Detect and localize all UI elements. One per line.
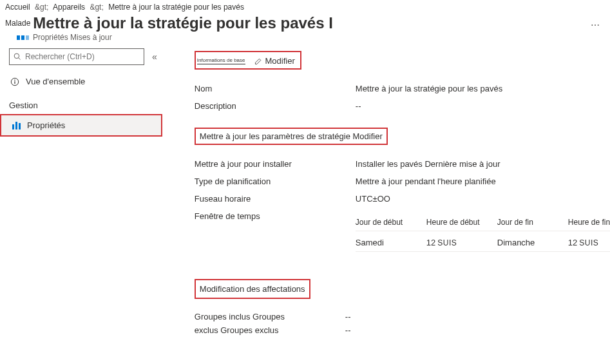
edit-icon: [254, 57, 262, 65]
basics-label-nom: Nom: [195, 82, 336, 95]
time-endhour: 12SUIS: [568, 238, 610, 247]
time-header-endhour: Heure de fin: [568, 218, 610, 227]
time-startday: Samedi: [356, 238, 426, 247]
settings-label-timewindow: Fenêtre de temps: [195, 210, 336, 253]
svg-rect-4: [14, 81, 15, 84]
assign-label-included: Groupes inclus Groupes: [195, 312, 345, 321]
breadcrumb-sep: &gt;: [35, 3, 48, 12]
bars-icon: [10, 122, 22, 129]
section-basics-hint: Informations de base: [197, 57, 245, 64]
time-header-endday: Jour de fin: [497, 218, 568, 227]
edit-basics-link[interactable]: Modifier: [265, 56, 295, 66]
settings-label-schedule: Type de planification: [195, 175, 336, 187]
settings-value-timezone: UTC±OO: [356, 193, 610, 205]
search-icon: [14, 53, 21, 61]
settings-label-install: Mettre à jour pour installer: [195, 158, 336, 170]
sidebar-item-overview[interactable]: Vue d'ensemble: [0, 72, 162, 91]
settings-label-timezone: Fuseau horaire: [195, 193, 336, 205]
search-input-wrap[interactable]: [9, 48, 144, 65]
tiles-icon: [17, 35, 29, 40]
sidebar-section-gestion: Gestion: [0, 91, 162, 114]
sidebar-item-properties[interactable]: Propriétés: [0, 114, 162, 137]
edit-settings-link[interactable]: Mettre à jour les paramètres de stratégi…: [200, 131, 383, 141]
assign-label-excluded: exclus Groupes exclus: [195, 325, 345, 335]
collapse-sidebar-button[interactable]: «: [152, 52, 157, 62]
section-basics-header: Informations de base Modifier: [195, 51, 301, 70]
sidebar: « Vue d'ensemble Gestion Propriétés: [0, 48, 162, 335]
svg-point-3: [14, 79, 15, 81]
assign-value-included: --: [345, 312, 610, 321]
time-endday: Dimanche: [497, 238, 568, 247]
time-starthour: 12SUIS: [426, 238, 497, 247]
time-header-startday: Jour de début: [356, 218, 426, 227]
settings-value-schedule: Mettre à jour pendant l'heure planifiée: [356, 175, 610, 187]
page-subheader: Propriétés Mises à jour: [0, 33, 610, 48]
sidebar-item-label: Vue d'ensemble: [26, 77, 85, 86]
edit-assignments-link[interactable]: Modification des affectations: [200, 284, 305, 294]
breadcrumb-current: Mettre à jour la stratégie pour les pavé…: [108, 3, 244, 12]
page-header: Malade Mettre à jour la stratégie pour l…: [0, 13, 610, 33]
basics-value-nom: Mettre à jour la stratégie pour les pavé…: [356, 82, 610, 95]
breadcrumb-devices[interactable]: Appareils: [53, 3, 85, 12]
page-title: Mettre à jour la stratégie pour les pavé…: [33, 14, 573, 32]
sidebar-item-label: Propriétés: [27, 120, 65, 130]
info-icon: [9, 77, 21, 86]
main-content: Informations de base Modifier Nom Mettre…: [162, 48, 610, 335]
time-header-starthour: Heure de début: [426, 218, 497, 227]
settings-value-install: Installer les pavés Dernière mise à jour: [356, 158, 610, 170]
assign-value-excluded: --: [345, 325, 610, 335]
breadcrumb-home[interactable]: Accueil: [5, 3, 30, 12]
svg-point-0: [14, 53, 19, 59]
time-window-table: Jour de début Heure de début Jour de fin…: [356, 213, 610, 253]
basics-label-description: Description: [195, 100, 336, 112]
section-settings-header: Mettre à jour les paramètres de stratégi…: [195, 128, 388, 145]
breadcrumb: Accueil &gt; Appareils &gt; Mettre à jou…: [0, 0, 610, 13]
more-actions-button[interactable]: ⋯: [586, 17, 605, 33]
basics-value-description: --: [356, 100, 610, 112]
search-input[interactable]: [25, 52, 140, 61]
section-assignments-header: Modification des affectations: [195, 279, 310, 299]
breadcrumb-sep: &gt;: [90, 3, 103, 12]
time-row: Samedi 12SUIS Dimanche 12SUIS: [356, 231, 610, 252]
status-badge: Malade: [5, 19, 30, 28]
svg-line-1: [19, 58, 21, 60]
page-subtitle: Propriétés Mises à jour: [33, 33, 112, 42]
